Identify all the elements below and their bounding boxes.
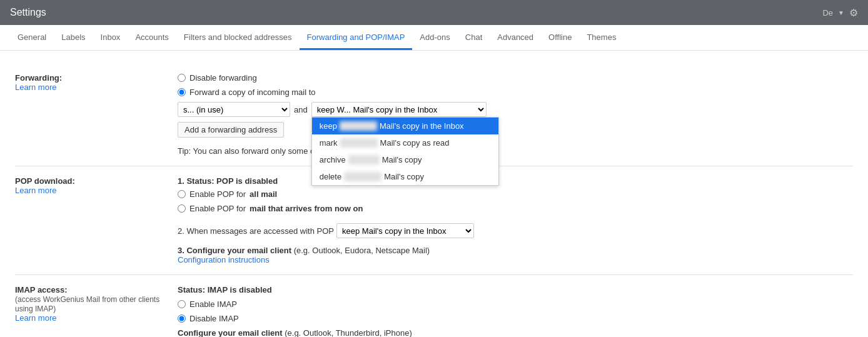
forwarding-title: Forwarding: xyxy=(15,73,62,83)
forwarding-label: Forwarding: Learn more xyxy=(15,73,178,156)
title-bar-right: De ▼ ⚙ xyxy=(822,7,858,19)
imap-disable-radio[interactable] xyxy=(178,314,186,323)
dropdown-item-keep[interactable]: keep Mail's copy in the Inbox xyxy=(312,118,498,134)
pop-config-link-row: Configuration instructions xyxy=(178,255,853,264)
dropdown-item-delete[interactable]: delete Mail's copy xyxy=(312,168,498,185)
tab-inbox[interactable]: Inbox xyxy=(93,25,128,50)
imap-enable-group: Enable IMAP xyxy=(178,299,853,309)
forwarding-disable-radio[interactable] xyxy=(178,74,186,82)
forwarding-disable-group: Disable forwarding xyxy=(178,73,853,83)
forwarding-forward-label[interactable]: Forward a copy of incoming mail to xyxy=(178,88,853,97)
user-initial: De xyxy=(822,8,833,18)
forwarding-action-select[interactable]: keep W... Mail's copy in the Inbox xyxy=(311,102,487,117)
forwarding-forward-group: Forward a copy of incoming mail to xyxy=(178,88,853,97)
pop-title: POP download: xyxy=(15,176,75,186)
tab-chat[interactable]: Chat xyxy=(458,25,490,50)
tab-filters[interactable]: Filters and blocked addresses xyxy=(176,25,300,50)
imap-disable-label[interactable]: Disable IMAP xyxy=(178,314,853,323)
settings-content: Forwarding: Learn more Disable forwardin… xyxy=(0,51,868,337)
imap-enable-radio[interactable] xyxy=(178,300,186,308)
imap-disable-group: Disable IMAP xyxy=(178,314,853,323)
imap-config-row: Configure your email client (e.g. Outloo… xyxy=(178,328,853,337)
pop-label: POP download: Learn more xyxy=(15,176,178,264)
forwarding-action-dropdown-wrapper: keep W... Mail's copy in the Inbox keep … xyxy=(311,102,487,117)
imap-section: IMAP access: (access WorkGenius Mail fro… xyxy=(15,275,853,337)
pop-enable-all-label[interactable]: Enable POP for all mail xyxy=(178,189,853,199)
tab-accounts[interactable]: Accounts xyxy=(128,25,176,50)
forwarding-disable-label[interactable]: Disable forwarding xyxy=(178,73,853,83)
pop-content: 1. Status: POP is disabled Enable POP fo… xyxy=(178,176,853,264)
pop-status: 1. Status: POP is disabled xyxy=(178,176,853,186)
dropdown-item-mark[interactable]: mark Mail's copy as read xyxy=(312,134,498,151)
imap-content: Status: IMAP is disabled Enable IMAP Dis… xyxy=(178,285,853,337)
tab-labels[interactable]: Labels xyxy=(54,25,93,50)
nav-tabs: General Labels Inbox Accounts Filters an… xyxy=(0,25,868,51)
dropdown-icon[interactable]: ▼ xyxy=(838,9,844,16)
tab-themes[interactable]: Themes xyxy=(579,25,623,50)
tab-forwarding[interactable]: Forwarding and POP/IMAP xyxy=(300,25,413,50)
imap-status-row: Status: IMAP is disabled xyxy=(178,285,853,294)
forwarding-dropdown-menu: keep Mail's copy in the Inbox mark Mail'… xyxy=(311,117,499,186)
imap-learn-more[interactable]: Learn more xyxy=(15,313,56,323)
pop-enable-new-label[interactable]: Enable POP for mail that arrives from no… xyxy=(178,204,853,213)
forwarding-row: s... (in use) and keep W... Mail's copy … xyxy=(178,102,853,117)
imap-label: IMAP access: (access WorkGenius Mail fro… xyxy=(15,285,178,337)
forwarding-forward-radio[interactable] xyxy=(178,88,186,96)
tab-general[interactable]: General xyxy=(10,25,54,50)
dropdown-item-archive[interactable]: archive Mail's copy xyxy=(312,151,498,168)
imap-enable-label[interactable]: Enable IMAP xyxy=(178,299,853,309)
pop-enable-all-group: Enable POP for all mail xyxy=(178,189,853,199)
tab-addons[interactable]: Add-ons xyxy=(412,25,457,50)
forwarding-email-select[interactable]: s... (in use) xyxy=(178,102,290,117)
tab-offline[interactable]: Offline xyxy=(541,25,579,50)
forwarding-learn-more[interactable]: Learn more xyxy=(15,83,56,92)
pop-config-row: 3. Configure your email client (e.g. Out… xyxy=(178,246,853,255)
title-bar: Settings De ▼ ⚙ xyxy=(0,0,868,25)
forwarding-section: Forwarding: Learn more Disable forwardin… xyxy=(15,63,853,166)
pop-when-row: 2. When messages are accessed with POP k… xyxy=(178,223,474,238)
add-forwarding-wrapper: Add a forwarding address xyxy=(178,122,853,143)
forwarding-and-text: and xyxy=(294,105,308,114)
pop-learn-more[interactable]: Learn more xyxy=(15,186,56,195)
forwarding-tip: Tip: You can also forward only some of y… xyxy=(178,146,853,156)
settings-icon[interactable]: ⚙ xyxy=(849,7,858,19)
tab-advanced[interactable]: Advanced xyxy=(490,25,541,50)
pop-enable-new-radio[interactable] xyxy=(178,204,186,213)
add-forwarding-button[interactable]: Add a forwarding address xyxy=(178,122,284,138)
imap-title: IMAP access: xyxy=(15,285,68,294)
pop-enable-new-group: Enable POP for mail that arrives from no… xyxy=(178,204,853,213)
forwarding-content: Disable forwarding Forward a copy of inc… xyxy=(178,73,853,156)
pop-action-select[interactable]: keep Mail's copy in the Inbox xyxy=(336,223,474,238)
pop-enable-all-radio[interactable] xyxy=(178,190,186,198)
page-title: Settings xyxy=(10,7,46,18)
pop-config-link[interactable]: Configuration instructions xyxy=(178,255,270,264)
